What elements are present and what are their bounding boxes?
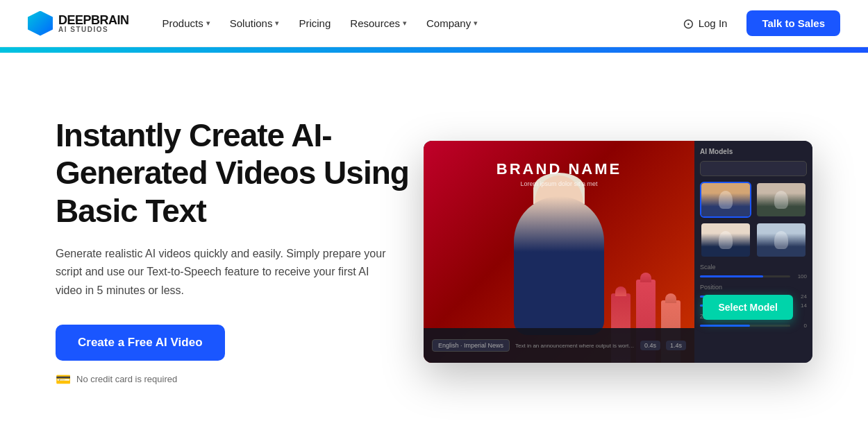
presenter-body bbox=[514, 196, 604, 335]
solutions-label: Solutions bbox=[230, 17, 273, 29]
credit-card-icon: 💳 bbox=[56, 372, 71, 387]
brand-name: BRAND NAME bbox=[496, 160, 621, 178]
nav-item-solutions[interactable]: Solutions ▾ bbox=[222, 12, 288, 35]
no-cc-text: No credit card is required bbox=[76, 374, 177, 384]
model-grid bbox=[700, 182, 807, 258]
nav-item-resources[interactable]: Resources ▾ bbox=[342, 12, 415, 35]
talk-to-sales-button[interactable]: Talk to Sales bbox=[746, 10, 840, 36]
hero-title: Instantly Create AI-Generated Videos Usi… bbox=[56, 117, 424, 230]
nav-item-pricing[interactable]: Pricing bbox=[290, 12, 339, 35]
demo-preview: BRAND NAME Lorem ipsum dolor sit a met bbox=[424, 141, 694, 363]
model-thumb-1[interactable] bbox=[700, 182, 751, 218]
resources-chevron-icon: ▾ bbox=[403, 19, 407, 28]
products-label: Products bbox=[162, 17, 203, 29]
select-model-button[interactable]: Select Model bbox=[703, 295, 793, 320]
create-video-button[interactable]: Create a Free AI Video bbox=[56, 325, 225, 361]
z-slider-row: 0 bbox=[700, 323, 807, 329]
time-badge-1: 0.4s bbox=[640, 341, 660, 350]
brand-overlay: BRAND NAME Lorem ipsum dolor sit a met bbox=[496, 160, 621, 187]
user-icon: ⊙ bbox=[683, 15, 694, 32]
model-thumb-2[interactable] bbox=[756, 182, 807, 218]
resources-label: Resources bbox=[350, 17, 400, 29]
no-credit-card-note: 💳 No credit card is required bbox=[56, 372, 424, 387]
model-face-3 bbox=[701, 223, 750, 257]
logo[interactable]: DEEPBRAIN AI STUDIOS bbox=[28, 11, 129, 36]
scale-slider-track[interactable] bbox=[700, 275, 790, 277]
company-chevron-icon: ▾ bbox=[474, 19, 478, 28]
hero-section: Instantly Create AI-Generated Videos Usi… bbox=[0, 53, 868, 437]
logo-text: DEEPBRAIN AI STUDIOS bbox=[58, 14, 129, 33]
nav-left: DEEPBRAIN AI STUDIOS Products ▾ Solution… bbox=[28, 11, 486, 36]
navbar: DEEPBRAIN AI STUDIOS Products ▾ Solution… bbox=[0, 0, 868, 47]
demo-window: BRAND NAME Lorem ipsum dolor sit a met bbox=[424, 141, 812, 363]
model-thumb-4[interactable] bbox=[756, 222, 807, 258]
model-face-2 bbox=[757, 183, 806, 216]
login-label: Log In bbox=[699, 17, 728, 29]
logo-main-text: DEEPBRAIN bbox=[58, 14, 129, 26]
ai-presenter bbox=[514, 196, 604, 335]
pricing-label: Pricing bbox=[299, 17, 331, 29]
model-face-1 bbox=[701, 183, 750, 216]
panel-title: AI Models bbox=[700, 148, 807, 155]
nav-item-products[interactable]: Products ▾ bbox=[154, 12, 219, 35]
z-value: 0 bbox=[793, 323, 807, 329]
scale-label: Scale bbox=[700, 264, 807, 271]
scale-value: 100 bbox=[793, 273, 807, 280]
gradient-band bbox=[0, 47, 868, 53]
model-face-4 bbox=[757, 223, 806, 257]
pos-x-value: 24 bbox=[793, 293, 807, 300]
scale-slider-row: 100 bbox=[700, 273, 807, 280]
time-badge-2: 1.4s bbox=[666, 341, 686, 350]
model-thumb-3[interactable] bbox=[700, 222, 751, 258]
z-slider-track[interactable] bbox=[700, 325, 790, 327]
hero-demo: BRAND NAME Lorem ipsum dolor sit a met bbox=[424, 141, 812, 363]
nav-links: Products ▾ Solutions ▾ Pricing Resources… bbox=[154, 12, 487, 35]
nav-item-company[interactable]: Company ▾ bbox=[418, 12, 486, 35]
products-chevron-icon: ▾ bbox=[206, 19, 210, 28]
z-slider-fill bbox=[700, 325, 750, 327]
scale-section: Scale 100 bbox=[700, 264, 807, 280]
model-search-bar[interactable] bbox=[700, 161, 807, 176]
pos-y-value: 14 bbox=[793, 302, 807, 309]
ai-models-panel: AI Models Scal bbox=[694, 141, 812, 363]
company-label: Company bbox=[426, 17, 471, 29]
logo-sub-text: AI STUDIOS bbox=[58, 26, 129, 33]
hero-description: Generate realistic AI videos quickly and… bbox=[56, 245, 396, 300]
scale-slider-fill bbox=[700, 275, 763, 277]
login-button[interactable]: ⊙ Log In bbox=[674, 10, 736, 37]
demo-toolbar: English · Imperial News Text in an annou… bbox=[424, 328, 694, 363]
position-label: Position bbox=[700, 284, 807, 291]
brand-subtitle: Lorem ipsum dolor sit a met bbox=[496, 180, 621, 187]
language-selector[interactable]: English · Imperial News bbox=[432, 339, 510, 352]
solutions-chevron-icon: ▾ bbox=[275, 19, 279, 28]
deepbrain-logo-icon bbox=[28, 11, 53, 36]
toolbar-script-text: Text in an announcement where output is … bbox=[515, 343, 635, 349]
nav-right: ⊙ Log In Talk to Sales bbox=[674, 10, 840, 37]
hero-left: Instantly Create AI-Generated Videos Usi… bbox=[56, 117, 424, 387]
